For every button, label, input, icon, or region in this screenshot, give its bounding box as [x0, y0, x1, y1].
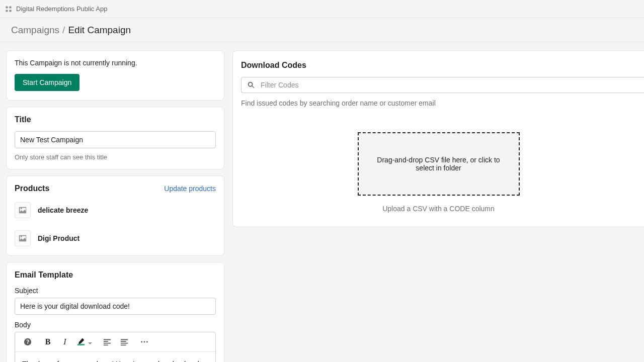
svg-rect-3 [9, 10, 11, 12]
body-label: Body [15, 321, 216, 329]
products-card: Products Update products delicate breeze… [6, 175, 224, 256]
upload-help: Upload a CSV with a CODE column [382, 205, 495, 213]
product-name: Digi Product [38, 234, 79, 242]
more-icon[interactable] [139, 336, 150, 347]
editor-toolbar: B I [15, 332, 215, 352]
chevron-down-icon[interactable] [88, 339, 93, 344]
italic-button[interactable]: I [59, 336, 70, 347]
title-card: Title Only store staff can see this titl… [6, 107, 224, 169]
update-products-link[interactable]: Update products [164, 185, 216, 193]
product-row: Digi Product [15, 225, 216, 253]
svg-point-5 [144, 341, 145, 343]
breadcrumb: Campaigns / Edit Campaign [0, 18, 644, 42]
csv-dropzone[interactable]: Drag-and-drop CSV file here, or click to… [358, 132, 520, 196]
breadcrumb-root[interactable]: Campaigns [11, 25, 59, 36]
status-message: This Campaign is not currently running. [15, 59, 216, 67]
filter-codes-input[interactable] [261, 81, 639, 89]
body-line: Thank you for your purchase! Here is you… [22, 359, 208, 362]
svg-point-6 [146, 341, 148, 343]
dropzone-text: Drag-and-drop CSV file here, or click to… [374, 156, 504, 172]
subject-input[interactable] [15, 298, 216, 315]
title-helper: Only store staff can see this title [15, 153, 216, 161]
body-editor: B I [15, 332, 216, 362]
title-input[interactable] [15, 131, 216, 148]
breadcrumb-current: Edit Campaign [68, 25, 131, 36]
breadcrumb-separator: / [62, 25, 65, 36]
align-justify-button[interactable] [119, 336, 130, 347]
svg-rect-0 [6, 6, 8, 8]
help-icon[interactable] [22, 336, 33, 347]
align-left-button[interactable] [102, 336, 113, 347]
image-placeholder-icon [15, 230, 31, 246]
app-name: Digital Redemptions Public App [16, 5, 107, 13]
codes-heading: Download Codes [241, 61, 644, 70]
subject-label: Subject [15, 287, 216, 295]
filter-codes-field[interactable] [241, 77, 644, 93]
email-template-card: Email Template Subject Body B I [6, 262, 224, 362]
title-heading: Title [15, 115, 216, 124]
app-icon [5, 6, 12, 13]
product-row: delicate breeze [15, 198, 216, 225]
product-name: delicate breeze [38, 206, 88, 214]
filter-help: Find issued codes by searching order nam… [241, 99, 644, 107]
image-placeholder-icon [15, 202, 31, 218]
body-content[interactable]: Thank you for your purchase! Here is you… [15, 352, 215, 362]
email-heading: Email Template [15, 270, 216, 280]
download-codes-card: Download Codes Find issued codes by sear… [232, 50, 644, 227]
search-icon [247, 80, 256, 89]
topbar: Digital Redemptions Public App [0, 0, 644, 18]
svg-rect-1 [9, 6, 11, 8]
highlight-button[interactable] [76, 337, 86, 346]
status-card: This Campaign is not currently running. … [6, 50, 224, 101]
svg-rect-2 [6, 10, 8, 12]
svg-point-4 [141, 341, 142, 343]
start-campaign-button[interactable]: Start Campaign [15, 74, 79, 91]
bold-button[interactable]: B [42, 336, 53, 347]
products-heading: Products [15, 184, 49, 193]
